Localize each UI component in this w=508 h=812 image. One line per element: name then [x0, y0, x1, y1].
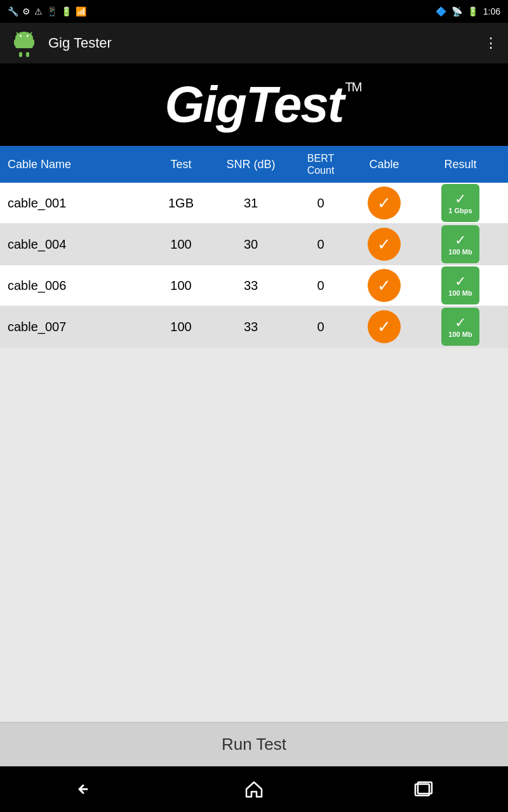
cell-result: ✓ 100 Mb [413, 266, 508, 304]
bluetooth-icon: 🔷 [436, 6, 446, 16]
sd-icon: 📱 [46, 6, 57, 16]
cell-cable-name: cable_001 [0, 196, 146, 211]
run-test-button[interactable]: Run Test [222, 735, 286, 754]
table-row[interactable]: cable_001 1GB 31 0 ✓ ✓ 1 Gbps [0, 183, 508, 224]
result-label: 100 Mb [448, 249, 472, 256]
settings-icon: ⚙ [22, 6, 30, 16]
header-cable-name: Cable Name [0, 158, 146, 171]
svg-rect-2 [14, 39, 17, 46]
orange-checkmark: ✓ [368, 269, 401, 302]
orange-checkmark: ✓ [368, 187, 401, 219]
svg-rect-3 [31, 39, 34, 46]
svg-rect-5 [26, 52, 29, 57]
cell-cable-check: ✓ [356, 187, 413, 219]
home-icon [244, 780, 264, 798]
checkmark-icon: ✓ [455, 192, 466, 206]
header-bert: BERTCount [286, 152, 356, 176]
header-cable: Cable [356, 158, 413, 171]
android-logo [10, 29, 38, 57]
logo-tm: TM [345, 81, 361, 93]
cell-result: ✓ 100 Mb [413, 225, 508, 263]
table-row[interactable]: cable_006 100 33 0 ✓ ✓ 100 Mb [0, 265, 508, 306]
cell-test: 1GB [146, 196, 216, 211]
run-test-bar: Run Test [0, 722, 508, 766]
cell-cable-check: ✓ [356, 269, 413, 302]
recents-button[interactable] [404, 770, 443, 808]
cell-test: 100 [146, 320, 216, 334]
table-row[interactable]: cable_004 100 30 0 ✓ ✓ 100 Mb [0, 224, 508, 265]
back-arrow-icon [74, 782, 95, 797]
header-result: Result [413, 158, 508, 171]
cell-cable-check: ✓ [356, 228, 413, 261]
cell-snr: 33 [216, 320, 286, 334]
checkmark-icon: ✓ [455, 316, 466, 330]
table-header: Cable Name Test SNR (dB) BERTCount Cable… [0, 146, 508, 183]
result-label: 100 Mb [448, 290, 472, 297]
orange-checkmark: ✓ [368, 310, 401, 343]
green-result-badge: ✓ 100 Mb [441, 266, 479, 304]
recents-icon [414, 781, 433, 797]
green-result-badge: ✓ 100 Mb [441, 308, 479, 346]
cell-snr: 30 [216, 237, 286, 252]
cell-snr: 33 [216, 278, 286, 293]
svg-rect-1 [15, 38, 33, 48]
back-button[interactable] [65, 770, 104, 808]
cell-cable-name: cable_006 [0, 278, 146, 293]
app-bar: Gig Tester ⋮ [0, 23, 508, 63]
logo-text: GigTestTM [165, 79, 344, 130]
header-snr: SNR (dB) [216, 158, 286, 171]
signal-icon: 📶 [76, 6, 86, 16]
cell-cable-name: cable_004 [0, 237, 146, 252]
wrench-icon: 🔧 [8, 6, 18, 16]
battery-level-icon: 🔋 [467, 6, 478, 16]
status-icons-left: 🔧 ⚙ ⚠ 📱 🔋 📶 [8, 6, 86, 16]
table-row[interactable]: cable_007 100 33 0 ✓ ✓ 100 Mb [0, 306, 508, 348]
checkmark-icon: ✓ [455, 275, 466, 289]
home-button[interactable] [235, 770, 273, 808]
cell-cable-name: cable_007 [0, 320, 146, 334]
cell-test: 100 [146, 278, 216, 293]
cell-result: ✓ 1 Gbps [413, 184, 508, 222]
cell-test: 100 [146, 237, 216, 252]
cell-snr: 31 [216, 196, 286, 211]
result-label: 100 Mb [448, 331, 472, 338]
checkmark-icon: ✓ [455, 233, 466, 247]
cell-bert: 0 [286, 196, 356, 211]
green-result-badge: ✓ 1 Gbps [441, 184, 479, 222]
alert-icon: ⚠ [34, 6, 43, 16]
cell-cable-check: ✓ [356, 310, 413, 343]
status-bar: 🔧 ⚙ ⚠ 📱 🔋 📶 🔷 📡 🔋 1:06 [0, 0, 508, 23]
overflow-menu-icon[interactable]: ⋮ [484, 35, 498, 51]
status-right: 🔷 📡 🔋 1:06 [436, 6, 500, 16]
battery-icon: 🔋 [61, 6, 72, 16]
svg-rect-4 [19, 52, 22, 57]
logo-area: GigTestTM [0, 63, 508, 146]
nav-bar [0, 766, 508, 812]
cell-bert: 0 [286, 237, 356, 252]
table-body: cable_001 1GB 31 0 ✓ ✓ 1 Gbps cable_004 … [0, 183, 508, 348]
cell-result: ✓ 100 Mb [413, 308, 508, 346]
time-display: 1:06 [483, 6, 500, 16]
content-empty-area [0, 348, 508, 722]
app-title: Gig Tester [48, 35, 484, 51]
orange-checkmark: ✓ [368, 228, 401, 261]
result-label: 1 Gbps [448, 207, 472, 214]
green-result-badge: ✓ 100 Mb [441, 225, 479, 263]
logo-gig-test: GigTest [165, 76, 344, 133]
header-test: Test [146, 158, 216, 171]
cell-bert: 0 [286, 320, 356, 334]
wifi-icon: 📡 [451, 6, 462, 16]
cell-bert: 0 [286, 278, 356, 293]
